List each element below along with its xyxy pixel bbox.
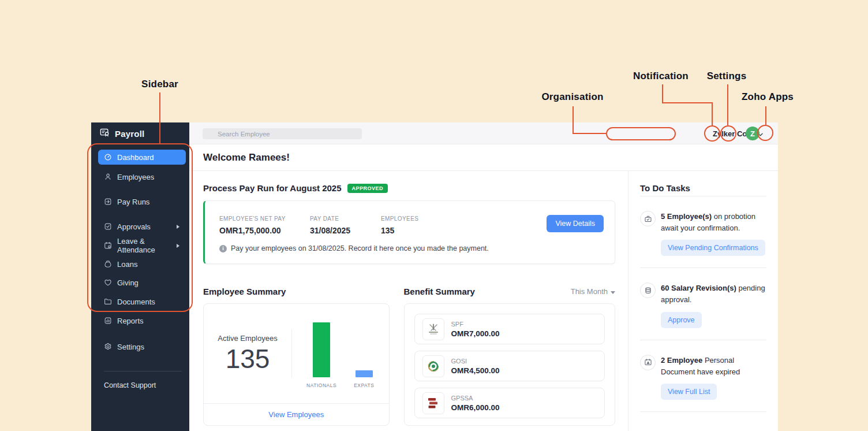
gpssa-logo bbox=[422, 392, 444, 414]
sidebar-item-dashboard[interactable]: Dashboard bbox=[98, 150, 186, 165]
documents-icon bbox=[104, 298, 112, 306]
page-title: Welcome Ramees! bbox=[189, 144, 778, 171]
app-logo: Payroll bbox=[99, 122, 144, 144]
nationals-bar bbox=[313, 322, 330, 377]
todo-text: 2 Employee Personal Document have expire… bbox=[661, 355, 766, 378]
annotation-sidebar-label: Sidebar bbox=[114, 79, 206, 90]
sidebar-item-pay-runs[interactable]: Pay Runs bbox=[98, 194, 186, 209]
employee-summary-section: Employee Summary Active Employees 135 bbox=[203, 286, 390, 426]
sidebar: Payroll Dashboard Employees Pay Runs bbox=[91, 122, 189, 431]
todo-title: To Do Tasks bbox=[640, 171, 766, 196]
sidebar-item-settings[interactable]: Settings bbox=[98, 339, 186, 354]
leave-attendance-icon bbox=[104, 241, 112, 250]
stat-employees: EMPLOYEES 135 bbox=[381, 216, 418, 235]
benefit-row-gpssa[interactable]: GPSSA OMR6,000.00 bbox=[414, 388, 605, 418]
calendar-alert-icon bbox=[640, 355, 656, 370]
app-title: Payroll bbox=[115, 129, 144, 139]
search-input[interactable] bbox=[203, 128, 362, 139]
approve-button[interactable]: Approve bbox=[661, 312, 702, 328]
sidebar-item-leave-attendance[interactable]: Leave & Attendance bbox=[98, 238, 186, 253]
payroll-app-window: Payroll Dashboard Employees Pay Runs bbox=[91, 122, 778, 431]
user-avatar[interactable]: Z bbox=[746, 127, 760, 140]
todo-panel: To Do Tasks 5 Employee(s) on probotion a… bbox=[628, 171, 778, 431]
view-pending-confirmations-button[interactable]: View Pending Confirmations bbox=[661, 240, 765, 256]
status-badge: APPROVED bbox=[347, 184, 388, 193]
gosi-logo bbox=[422, 355, 444, 377]
stat-net-pay: EMPLOYEE'S NET PAY OMR1,75,000.00 bbox=[219, 216, 310, 235]
todo-item-probation: 5 Employee(s) on probotion await your co… bbox=[640, 196, 766, 268]
pay-runs-icon bbox=[104, 198, 112, 206]
employee-summary-card: Active Employees 135 NATIONALS bbox=[203, 303, 390, 426]
payrun-card: EMPLOYEE'S NET PAY OMR1,75,000.00 PAY DA… bbox=[203, 200, 615, 264]
view-full-list-button[interactable]: View Full List bbox=[661, 384, 717, 400]
benefit-summary-section: Benefit Summary This Month bbox=[404, 286, 615, 426]
annotation-settings-label: Settings bbox=[680, 70, 773, 82]
sidebar-item-documents[interactable]: Documents bbox=[98, 294, 186, 309]
sidebar-item-giving[interactable]: Giving bbox=[98, 275, 186, 290]
stat-pay-date: PAY DATE 31/08/2025 bbox=[310, 216, 381, 235]
todo-item-salary-revision: 60 Salary Revision(s) pending approval. … bbox=[640, 268, 766, 340]
employee-bar-chart: NATIONALS EXPATS bbox=[292, 304, 389, 403]
benefit-row-gosi[interactable]: GOSI OMR4,500.00 bbox=[414, 351, 605, 381]
submenu-arrow-icon bbox=[176, 243, 180, 248]
annotation-organisation-label: Organisation bbox=[526, 91, 619, 103]
todo-item-expired-documents: 2 Employee Personal Document have expire… bbox=[640, 340, 766, 412]
spf-logo bbox=[422, 318, 444, 340]
todo-text: 60 Salary Revision(s) pending approval. bbox=[661, 283, 766, 306]
approvals-icon bbox=[104, 222, 112, 231]
payrun-title: Process Pay Run for August 2025 bbox=[203, 183, 342, 193]
loans-icon bbox=[104, 260, 112, 268]
expats-bar bbox=[356, 370, 373, 377]
settings-icon bbox=[104, 343, 112, 351]
content-area: Process Pay Run for August 2025 APPROVED… bbox=[189, 171, 778, 431]
contact-support-link[interactable]: Contact Support bbox=[104, 381, 156, 389]
sidebar-item-employees[interactable]: Employees bbox=[98, 169, 186, 184]
topbar: Zylker Corp Z bbox=[189, 122, 778, 144]
briefcase-check-icon bbox=[640, 211, 656, 226]
chevron-down-icon bbox=[611, 287, 615, 296]
sidebar-item-loans[interactable]: Loans bbox=[98, 257, 186, 272]
main-column: Process Pay Run for August 2025 APPROVED… bbox=[189, 171, 628, 431]
benefit-summary-card: SPF OMR7,000.00 GOSI OMR4,500.00 bbox=[404, 303, 615, 426]
payroll-logo-icon bbox=[99, 127, 110, 140]
period-dropdown[interactable]: This Month bbox=[571, 287, 615, 296]
sidebar-divider bbox=[104, 371, 182, 371]
annotated-screenshot-page: { "annotations": { "sidebar": "Sidebar",… bbox=[0, 0, 868, 431]
view-employees-link[interactable]: View Employees bbox=[268, 410, 324, 419]
benefit-summary-title: Benefit Summary bbox=[404, 287, 475, 296]
giving-icon bbox=[104, 278, 112, 287]
sidebar-item-reports[interactable]: Reports bbox=[98, 313, 186, 328]
expats-label: EXPATS bbox=[354, 382, 374, 388]
sidebar-item-approvals[interactable]: Approvals bbox=[98, 219, 186, 234]
coins-icon bbox=[640, 283, 656, 298]
payrun-note: Pay your employees on 31/08/2025. Record… bbox=[231, 244, 489, 252]
active-employees-count: 135 bbox=[226, 345, 270, 373]
annotation-zoho-apps-label: Zoho Apps bbox=[721, 91, 814, 103]
benefit-row-spf[interactable]: SPF OMR7,000.00 bbox=[414, 314, 605, 344]
employees-icon bbox=[104, 173, 112, 181]
employee-summary-title: Employee Summary bbox=[203, 287, 286, 296]
submenu-arrow-icon bbox=[176, 224, 180, 229]
active-employees-label: Active Employees bbox=[218, 334, 277, 343]
info-icon: i bbox=[219, 245, 227, 252]
reports-icon bbox=[104, 317, 112, 325]
view-details-button[interactable]: View Details bbox=[547, 215, 604, 232]
nationals-label: NATIONALS bbox=[306, 382, 336, 388]
todo-text: 5 Employee(s) on probotion await your co… bbox=[661, 211, 766, 234]
dashboard-icon bbox=[104, 153, 112, 161]
